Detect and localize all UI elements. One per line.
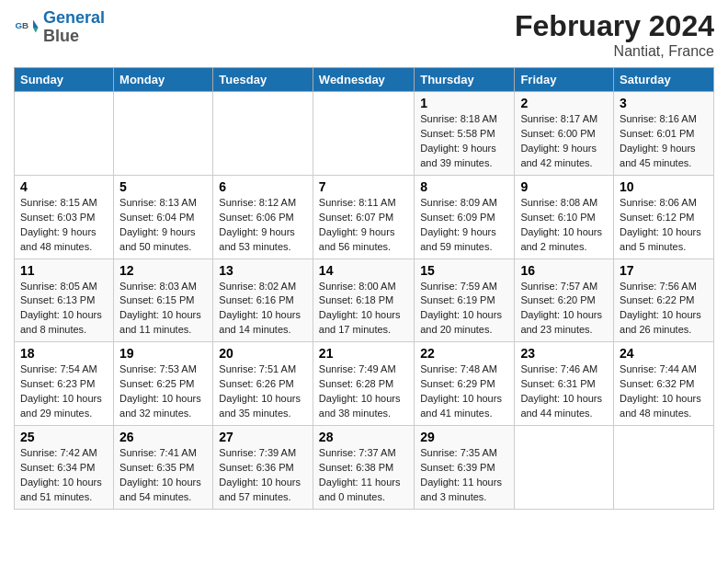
calendar-cell: 14Sunrise: 8:00 AM Sunset: 6:18 PM Dayli…	[313, 259, 414, 342]
svg-marker-3	[33, 28, 39, 33]
day-info: Sunrise: 8:00 AM Sunset: 6:18 PM Dayligh…	[319, 280, 408, 339]
day-number: 5	[119, 179, 207, 194]
calendar-cell	[614, 426, 714, 510]
calendar-cell: 10Sunrise: 8:06 AM Sunset: 6:12 PM Dayli…	[614, 175, 714, 259]
calendar-cell: 7Sunrise: 8:11 AM Sunset: 6:07 PM Daylig…	[313, 175, 414, 259]
day-info: Sunrise: 8:11 AM Sunset: 6:07 PM Dayligh…	[319, 196, 408, 255]
calendar-cell: 15Sunrise: 7:59 AM Sunset: 6:19 PM Dayli…	[415, 259, 515, 342]
calendar-cell	[114, 92, 213, 176]
day-number: 4	[20, 179, 108, 194]
calendar-cell: 23Sunrise: 7:46 AM Sunset: 6:31 PM Dayli…	[515, 342, 614, 426]
day-number: 2	[520, 96, 608, 110]
day-number: 24	[620, 346, 708, 361]
calendar-cell: 24Sunrise: 7:44 AM Sunset: 6:32 PM Dayli…	[614, 342, 714, 426]
day-info: Sunrise: 7:39 AM Sunset: 6:36 PM Dayligh…	[219, 446, 307, 505]
day-number: 29	[420, 430, 508, 444]
day-number: 19	[119, 346, 207, 361]
calendar-cell: 1Sunrise: 8:18 AM Sunset: 5:58 PM Daylig…	[415, 92, 515, 176]
day-info: Sunrise: 8:16 AM Sunset: 6:01 PM Dayligh…	[620, 112, 708, 171]
calendar-cell: 16Sunrise: 7:57 AM Sunset: 6:20 PM Dayli…	[515, 259, 614, 342]
day-info: Sunrise: 8:18 AM Sunset: 5:58 PM Dayligh…	[420, 112, 508, 171]
svg-text:G: G	[15, 20, 22, 30]
calendar-cell: 13Sunrise: 8:02 AM Sunset: 6:16 PM Dayli…	[213, 259, 313, 342]
day-info: Sunrise: 8:15 AM Sunset: 6:03 PM Dayligh…	[20, 196, 108, 255]
calendar-week-row: 25Sunrise: 7:42 AM Sunset: 6:34 PM Dayli…	[15, 426, 714, 510]
day-info: Sunrise: 7:48 AM Sunset: 6:29 PM Dayligh…	[420, 362, 508, 421]
day-info: Sunrise: 7:56 AM Sunset: 6:22 PM Dayligh…	[620, 280, 708, 339]
calendar-cell: 29Sunrise: 7:35 AM Sunset: 6:39 PM Dayli…	[415, 426, 515, 510]
day-info: Sunrise: 8:06 AM Sunset: 6:12 PM Dayligh…	[620, 196, 708, 255]
calendar-cell: 25Sunrise: 7:42 AM Sunset: 6:34 PM Dayli…	[15, 426, 114, 510]
day-number: 8	[420, 179, 508, 194]
calendar-cell: 5Sunrise: 8:13 AM Sunset: 6:04 PM Daylig…	[114, 175, 213, 259]
col-header-thursday: Thursday	[415, 68, 515, 92]
calendar-cell	[515, 426, 614, 510]
col-header-saturday: Saturday	[614, 68, 714, 92]
calendar-cell: 18Sunrise: 7:54 AM Sunset: 6:23 PM Dayli…	[15, 342, 114, 426]
day-info: Sunrise: 8:02 AM Sunset: 6:16 PM Dayligh…	[219, 280, 307, 339]
day-info: Sunrise: 8:05 AM Sunset: 6:13 PM Dayligh…	[20, 280, 108, 339]
calendar-cell: 19Sunrise: 7:53 AM Sunset: 6:25 PM Dayli…	[114, 342, 213, 426]
calendar-table: SundayMondayTuesdayWednesdayThursdayFrid…	[14, 67, 714, 510]
calendar-cell: 26Sunrise: 7:41 AM Sunset: 6:35 PM Dayli…	[114, 426, 213, 510]
day-number: 3	[620, 96, 708, 110]
col-header-sunday: Sunday	[15, 68, 114, 92]
calendar-week-row: 1Sunrise: 8:18 AM Sunset: 5:58 PM Daylig…	[15, 92, 714, 176]
logo: G B General Blue	[14, 9, 105, 46]
day-info: Sunrise: 7:51 AM Sunset: 6:26 PM Dayligh…	[219, 362, 307, 421]
day-number: 9	[520, 179, 608, 194]
day-number: 13	[219, 263, 307, 278]
page-subtitle: Nantiat, France	[515, 43, 714, 60]
calendar-cell: 4Sunrise: 8:15 AM Sunset: 6:03 PM Daylig…	[15, 175, 114, 259]
calendar-cell: 27Sunrise: 7:39 AM Sunset: 6:36 PM Dayli…	[213, 426, 313, 510]
svg-marker-2	[33, 19, 39, 27]
calendar-cell: 22Sunrise: 7:48 AM Sunset: 6:29 PM Dayli…	[415, 342, 515, 426]
day-number: 16	[520, 263, 608, 278]
day-info: Sunrise: 8:12 AM Sunset: 6:06 PM Dayligh…	[219, 196, 307, 255]
day-number: 22	[420, 346, 508, 361]
day-number: 23	[520, 346, 608, 361]
calendar-cell: 3Sunrise: 8:16 AM Sunset: 6:01 PM Daylig…	[614, 92, 714, 176]
logo-line2: Blue	[43, 27, 79, 45]
col-header-monday: Monday	[114, 68, 213, 92]
day-number: 27	[219, 430, 307, 444]
day-number: 10	[620, 179, 708, 194]
day-number: 25	[20, 430, 108, 444]
day-info: Sunrise: 7:49 AM Sunset: 6:28 PM Dayligh…	[319, 362, 408, 421]
day-info: Sunrise: 7:41 AM Sunset: 6:35 PM Dayligh…	[119, 446, 207, 505]
day-number: 26	[119, 430, 207, 444]
day-info: Sunrise: 8:17 AM Sunset: 6:00 PM Dayligh…	[520, 112, 608, 171]
calendar-cell: 6Sunrise: 8:12 AM Sunset: 6:06 PM Daylig…	[213, 175, 313, 259]
day-number: 11	[20, 263, 108, 278]
day-info: Sunrise: 8:03 AM Sunset: 6:15 PM Dayligh…	[119, 280, 207, 339]
col-header-wednesday: Wednesday	[313, 68, 414, 92]
calendar-cell: 9Sunrise: 8:08 AM Sunset: 6:10 PM Daylig…	[515, 175, 614, 259]
day-info: Sunrise: 7:53 AM Sunset: 6:25 PM Dayligh…	[119, 362, 207, 421]
day-info: Sunrise: 7:37 AM Sunset: 6:38 PM Dayligh…	[319, 446, 408, 505]
calendar-header-row: SundayMondayTuesdayWednesdayThursdayFrid…	[15, 68, 714, 92]
day-number: 12	[119, 263, 207, 278]
day-info: Sunrise: 8:09 AM Sunset: 6:09 PM Dayligh…	[420, 196, 508, 255]
title-block: February 2024 Nantiat, France	[515, 9, 714, 60]
day-number: 28	[319, 430, 408, 444]
logo-text: General Blue	[43, 9, 105, 46]
col-header-friday: Friday	[515, 68, 614, 92]
calendar-cell: 20Sunrise: 7:51 AM Sunset: 6:26 PM Dayli…	[213, 342, 313, 426]
calendar-cell: 2Sunrise: 8:17 AM Sunset: 6:00 PM Daylig…	[515, 92, 614, 176]
calendar-cell: 17Sunrise: 7:56 AM Sunset: 6:22 PM Dayli…	[614, 259, 714, 342]
calendar-cell	[313, 92, 414, 176]
calendar-cell	[15, 92, 114, 176]
day-number: 21	[319, 346, 408, 361]
calendar-cell: 11Sunrise: 8:05 AM Sunset: 6:13 PM Dayli…	[15, 259, 114, 342]
calendar-cell: 12Sunrise: 8:03 AM Sunset: 6:15 PM Dayli…	[114, 259, 213, 342]
day-info: Sunrise: 7:57 AM Sunset: 6:20 PM Dayligh…	[520, 280, 608, 339]
page-header: G B General Blue February 2024 Nantiat, …	[14, 9, 714, 60]
page-title: February 2024	[515, 9, 714, 43]
calendar-week-row: 11Sunrise: 8:05 AM Sunset: 6:13 PM Dayli…	[15, 259, 714, 342]
calendar-cell: 28Sunrise: 7:37 AM Sunset: 6:38 PM Dayli…	[313, 426, 414, 510]
day-number: 17	[620, 263, 708, 278]
day-info: Sunrise: 7:42 AM Sunset: 6:34 PM Dayligh…	[20, 446, 108, 505]
day-number: 6	[219, 179, 307, 194]
calendar-week-row: 4Sunrise: 8:15 AM Sunset: 6:03 PM Daylig…	[15, 175, 714, 259]
day-info: Sunrise: 7:54 AM Sunset: 6:23 PM Dayligh…	[20, 362, 108, 421]
